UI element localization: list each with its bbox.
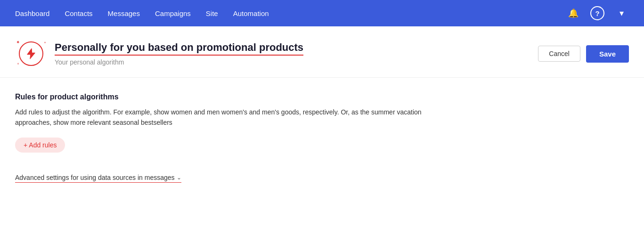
rules-section-description: Add rules to adjust the algorithm. For e… bbox=[15, 107, 439, 128]
rules-section-title: Rules for product algorithms bbox=[15, 93, 629, 101]
nav-link-messages[interactable]: Messages bbox=[108, 9, 140, 17]
chevron-down-icon: ▾ bbox=[620, 8, 624, 18]
nav-link-contacts[interactable]: Contacts bbox=[65, 9, 92, 17]
help-button[interactable]: ? bbox=[590, 6, 604, 20]
nav-link-campaigns[interactable]: Campaigns bbox=[155, 9, 191, 17]
advanced-settings-link[interactable]: Advanced settings for using data sources… bbox=[15, 174, 181, 183]
cancel-button[interactable]: Cancel bbox=[538, 46, 580, 62]
nav-link-site[interactable]: Site bbox=[206, 9, 218, 17]
sparkle-icon-tr: + bbox=[44, 40, 46, 45]
notification-button[interactable]: 🔔 bbox=[566, 6, 581, 21]
header-actions: Cancel Save bbox=[538, 45, 629, 63]
header-text-block: Personally for you based on promotional … bbox=[55, 41, 530, 66]
help-icon: ? bbox=[595, 9, 599, 17]
nav-icons: 🔔 ? ▾ bbox=[566, 6, 629, 21]
page-subtitle: Your personal algorithm bbox=[55, 58, 530, 66]
lightning-icon bbox=[19, 41, 43, 66]
add-rules-button[interactable]: + Add rules bbox=[15, 138, 65, 153]
nav-links: Dashboard Contacts Messages Campaigns Si… bbox=[15, 9, 269, 17]
chevron-down-icon: ⌄ bbox=[177, 174, 181, 181]
advanced-settings-row: Advanced settings for using data sources… bbox=[0, 162, 644, 190]
advanced-settings-label: Advanced settings for using data sources… bbox=[15, 174, 175, 181]
sparkle-icon-tl: ✦ bbox=[16, 40, 20, 45]
header-section: ✦ + + Personally for you based on promot… bbox=[0, 26, 644, 78]
algorithm-icon-wrap: ✦ + + bbox=[15, 38, 47, 70]
page-title: Personally for you based on promotional … bbox=[55, 41, 303, 56]
bell-icon: 🔔 bbox=[568, 8, 579, 18]
nav-link-automation[interactable]: Automation bbox=[233, 9, 269, 17]
save-button[interactable]: Save bbox=[586, 45, 629, 63]
navbar: Dashboard Contacts Messages Campaigns Si… bbox=[0, 0, 644, 26]
rules-section: Rules for product algorithms Add rules t… bbox=[0, 78, 644, 162]
main-content: ✦ + + Personally for you based on promot… bbox=[0, 26, 644, 251]
sparkle-icon-bl: + bbox=[17, 62, 19, 66]
nav-link-dashboard[interactable]: Dashboard bbox=[15, 9, 49, 17]
dropdown-button[interactable]: ▾ bbox=[614, 6, 629, 21]
